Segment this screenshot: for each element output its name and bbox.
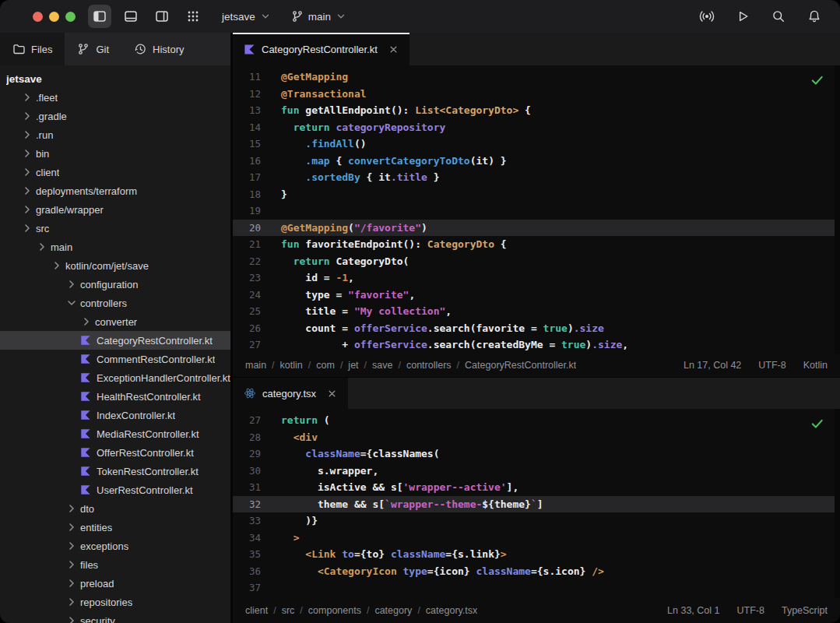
code-editor-kotlin[interactable]: 11@GetMapping12@Transactional13fun getAl… xyxy=(233,65,840,354)
code-line-32[interactable]: 32 theme && s[`wrapper--theme-${theme}`] xyxy=(233,496,840,513)
tree-item-controllers[interactable]: controllers xyxy=(0,294,230,312)
chevron-down-icon[interactable] xyxy=(65,297,78,309)
close-window-button[interactable] xyxy=(33,12,43,22)
maximize-window-button[interactable] xyxy=(65,12,76,22)
breadcrumb-segment[interactable]: save xyxy=(372,360,392,371)
notifications-button[interactable] xyxy=(804,6,824,26)
tree-item-commentrestcontroller-kt[interactable]: CommentRestController.kt xyxy=(0,350,230,368)
file-language[interactable]: TypeScript xyxy=(782,605,828,616)
editor-tab-category-tsx[interactable]: category.tsx xyxy=(233,378,348,409)
editor-tab-category-rest-controller[interactable]: CategoryRestController.kt xyxy=(233,33,409,65)
code-line-20[interactable]: 20@GetMapping("/favorite") xyxy=(233,220,840,237)
code-editor-tsx[interactable]: 27return (28 <div29 className={className… xyxy=(233,409,840,598)
chevron-right-icon[interactable] xyxy=(21,110,33,122)
file-encoding[interactable]: UTF-8 xyxy=(737,605,764,616)
code-line-34[interactable]: 34 > xyxy=(233,530,840,547)
inspections-ok-icon[interactable] xyxy=(810,72,824,90)
tree-item-repositories[interactable]: repositories xyxy=(0,593,230,611)
code-line-33[interactable]: 33 )} xyxy=(233,512,840,530)
tree-item-files[interactable]: files xyxy=(0,555,230,574)
code-line-26[interactable]: 26 count = offerService.search(favorite … xyxy=(233,320,840,337)
toggle-bottom-panel-button[interactable] xyxy=(119,5,142,28)
file-language[interactable]: Kotlin xyxy=(803,360,828,371)
chevron-right-icon[interactable] xyxy=(21,91,33,104)
chevron-right-icon[interactable] xyxy=(21,147,33,160)
chevron-right-icon[interactable] xyxy=(65,278,78,290)
inspections-ok-icon[interactable] xyxy=(810,416,824,434)
tree-item-entities[interactable]: entities xyxy=(0,518,230,537)
chevron-right-icon[interactable] xyxy=(21,185,33,197)
tree-item-kotlin-com-jet-save[interactable]: kotlin/com/jet/save xyxy=(0,256,230,275)
scrollbar[interactable] xyxy=(835,409,840,598)
file-encoding[interactable]: UTF-8 xyxy=(758,360,786,371)
chevron-right-icon[interactable] xyxy=(80,315,93,328)
chevron-right-icon[interactable] xyxy=(21,166,33,178)
breadcrumb-segment[interactable]: CategoryRestController.kt xyxy=(465,360,576,371)
close-tab-icon[interactable] xyxy=(325,387,339,400)
code-line-31[interactable]: 31 isActive && s['wrapper--active'], xyxy=(233,479,840,496)
tree-item-bin[interactable]: bin xyxy=(0,144,230,163)
code-line-27[interactable]: 27 + offerService.search(createdByMe = t… xyxy=(233,336,840,354)
run-button[interactable] xyxy=(733,6,753,26)
chevron-right-icon[interactable] xyxy=(65,502,78,515)
breadcrumb-segment[interactable]: controllers xyxy=(406,360,452,371)
code-line-36[interactable]: 36 <CategoryIcon type={icon} className={… xyxy=(233,563,840,580)
tree-item-security[interactable]: security xyxy=(0,611,230,623)
tree-item-deployments-terraform[interactable]: deployments/terraform xyxy=(0,181,230,200)
code-line-25[interactable]: 25 title = "My collection", xyxy=(233,303,840,320)
share-session-button[interactable] xyxy=(697,6,717,26)
tree-item-dto[interactable]: dto xyxy=(0,499,230,518)
code-line-29[interactable]: 29 className={classNames( xyxy=(233,445,840,463)
tree-item-client[interactable]: client xyxy=(0,163,230,181)
breadcrumb-segment[interactable]: src xyxy=(282,605,295,616)
tab-git[interactable]: Git xyxy=(65,33,121,65)
toggle-right-panel-button[interactable] xyxy=(150,5,174,28)
tree-item-converter[interactable]: converter xyxy=(0,312,230,331)
breadcrumb-segment[interactable]: jet xyxy=(348,360,358,371)
breadcrumb-segment[interactable]: com xyxy=(316,360,335,371)
cursor-position[interactable]: Ln 33, Col 1 xyxy=(667,605,719,616)
chevron-right-icon[interactable] xyxy=(51,259,63,272)
search-button[interactable] xyxy=(768,6,789,26)
chevron-right-icon[interactable] xyxy=(65,540,78,552)
code-line-17[interactable]: 17 .sortedBy { it.title } xyxy=(233,169,840,186)
code-line-23[interactable]: 23 id = -1, xyxy=(233,269,840,287)
workspace-grid-button[interactable] xyxy=(181,5,205,28)
breadcrumb-segment[interactable]: main xyxy=(245,360,266,371)
code-line-35[interactable]: 35 <Link to={to} className={s.link}> xyxy=(233,546,840,563)
chevron-right-icon[interactable] xyxy=(65,577,78,590)
scrollbar[interactable] xyxy=(835,65,840,354)
breadcrumb-segment[interactable]: category.tsx xyxy=(426,605,477,616)
breadcrumb-segment[interactable]: components xyxy=(308,605,361,616)
code-line-22[interactable]: 22 return CategoryDto( xyxy=(233,253,840,270)
chevron-right-icon[interactable] xyxy=(21,128,33,141)
tree-item-indexcontroller-kt[interactable]: IndexController.kt xyxy=(0,406,230,424)
tree-item-mediarestcontroller-kt[interactable]: MediaRestController.kt xyxy=(0,424,230,443)
project-selector[interactable]: jetsave xyxy=(222,11,271,23)
tree-item-jetsave[interactable]: jetsave xyxy=(0,69,230,88)
chevron-right-icon[interactable] xyxy=(65,558,78,571)
branch-selector[interactable]: main xyxy=(291,10,346,23)
tree-item-exceptionhandlercontroller-kt[interactable]: ExceptionHandlerController.kt xyxy=(0,368,230,387)
tree-item-preload[interactable]: preload xyxy=(0,574,230,593)
chevron-right-icon[interactable] xyxy=(65,521,78,533)
code-line-14[interactable]: 14 return categoryRepository xyxy=(233,119,840,136)
code-line-12[interactable]: 12@Transactional xyxy=(233,86,840,103)
tree-item-healthrestcontroller-kt[interactable]: HealthRestController.kt xyxy=(0,387,230,406)
code-line-18[interactable]: 18} xyxy=(233,186,840,203)
tree-item-offerrestcontroller-kt[interactable]: OfferRestController.kt xyxy=(0,443,230,462)
chevron-right-icon[interactable] xyxy=(65,614,78,623)
code-line-37[interactable]: 37 xyxy=(233,579,840,597)
chevron-right-icon[interactable] xyxy=(36,241,48,253)
close-tab-icon[interactable] xyxy=(387,43,400,56)
breadcrumb-segment[interactable]: kotlin xyxy=(280,360,303,371)
code-line-15[interactable]: 15 .findAll() xyxy=(233,136,840,153)
cursor-position[interactable]: Ln 17, Col 42 xyxy=(684,360,741,371)
tree-item-categoryrestcontroller-kt[interactable]: CategoryRestController.kt xyxy=(0,331,230,350)
code-line-13[interactable]: 13fun getAllEndpoint(): List<CategoryDto… xyxy=(233,102,840,119)
tree-item-userrestcontroller-kt[interactable]: UserRestController.kt xyxy=(0,480,230,499)
tree-item-gradle-wrapper[interactable]: gradle/wrapper xyxy=(0,200,230,219)
tree-item-configuration[interactable]: configuration xyxy=(0,275,230,294)
minimize-window-button[interactable] xyxy=(49,12,59,22)
tab-history[interactable]: History xyxy=(121,33,196,65)
